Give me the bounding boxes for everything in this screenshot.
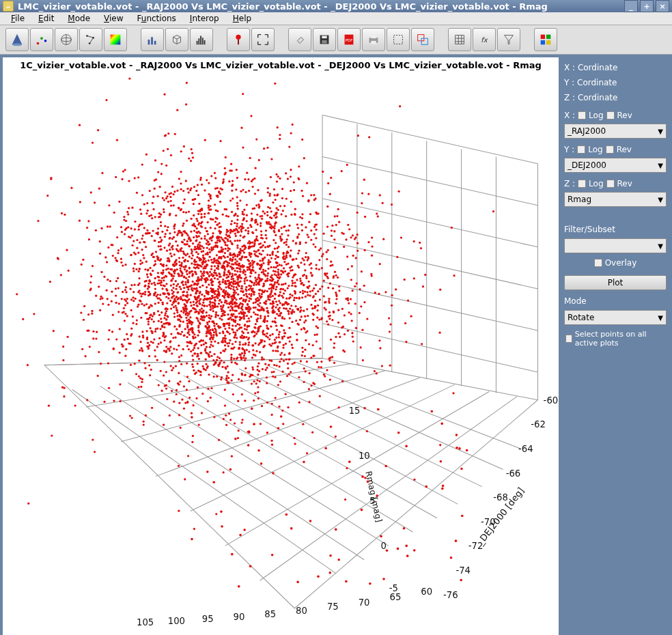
svg-point-2057	[144, 291, 146, 293]
svg-point-2823	[141, 349, 143, 351]
fx-icon[interactable]: fx	[473, 28, 496, 51]
filter-select[interactable]: ▼	[564, 238, 667, 253]
palette-icon[interactable]	[534, 28, 557, 51]
svg-point-3186	[92, 337, 94, 339]
svg-point-3054	[200, 352, 202, 354]
close-button[interactable]: ×	[656, 0, 669, 12]
svg-point-1237	[315, 264, 317, 266]
mode-select[interactable]: Rotate▼	[564, 310, 667, 325]
svg-point-3204	[157, 171, 159, 173]
svg-point-3379	[346, 164, 348, 166]
svg-point-1880	[179, 380, 181, 382]
z-rev-checkbox[interactable]	[606, 180, 615, 188]
svg-point-2901	[270, 176, 272, 178]
x-log-checkbox[interactable]	[578, 111, 586, 119]
svg-point-166	[113, 212, 115, 214]
barchart-icon[interactable]	[141, 28, 164, 51]
plot-area[interactable]: 105100 9590 8580 7570 6560 -60-62 -64-66…	[3, 72, 559, 635]
print-icon[interactable]	[362, 28, 385, 51]
svg-point-2934	[129, 236, 131, 238]
plot-3d-scatter[interactable]: 105100 9590 8580 7570 6560 -60-62 -64-66…	[3, 72, 559, 635]
minimize-button[interactable]: _	[624, 0, 638, 12]
svg-line-57	[239, 369, 482, 487]
svg-point-1286	[124, 169, 126, 171]
histogram-icon[interactable]	[190, 28, 213, 51]
maximize-button[interactable]: +	[640, 0, 654, 12]
svg-point-296	[176, 296, 178, 298]
svg-point-3251	[143, 423, 145, 425]
plot-button[interactable]: Plot	[564, 275, 667, 290]
svg-point-3383	[216, 239, 219, 241]
svg-point-2189	[180, 363, 182, 365]
svg-point-3448	[441, 488, 444, 490]
svg-point-1717	[277, 350, 279, 352]
y-log-checkbox[interactable]	[577, 145, 585, 154]
pin-icon[interactable]	[227, 28, 250, 51]
floppy-icon[interactable]	[313, 28, 336, 51]
scatter-icon[interactable]	[30, 28, 53, 51]
x-rev-checkbox[interactable]	[606, 111, 615, 119]
cube-icon[interactable]	[165, 28, 188, 51]
svg-point-2938	[123, 307, 125, 309]
svg-point-2863	[185, 103, 187, 105]
overlay-checkbox[interactable]	[594, 259, 602, 267]
z-axis-select[interactable]: Rmag▼	[564, 192, 667, 207]
svg-point-2657	[186, 320, 188, 322]
rainbow-icon[interactable]	[104, 28, 127, 51]
svg-point-1488	[182, 251, 184, 253]
cone-icon[interactable]	[5, 28, 29, 51]
svg-point-239	[210, 239, 212, 241]
svg-point-3279	[183, 145, 185, 147]
y-axis-select[interactable]: _DEJ2000▼	[564, 158, 667, 173]
svg-point-1708	[138, 290, 140, 292]
funnel-icon[interactable]	[497, 28, 520, 51]
select-region-icon[interactable]	[387, 28, 410, 51]
svg-point-2636	[169, 232, 171, 234]
z-log-checkbox[interactable]	[578, 180, 586, 188]
menu-mode[interactable]: Mode	[61, 12, 97, 25]
svg-point-2111	[236, 205, 238, 207]
svg-point-1342	[242, 290, 244, 292]
overlap-regions-icon[interactable]	[411, 28, 434, 51]
pdf-icon[interactable]: PDF	[337, 28, 361, 51]
globe-icon[interactable]	[55, 28, 78, 51]
svg-point-744	[182, 223, 184, 225]
expand-icon[interactable]	[251, 28, 275, 51]
svg-point-1600	[121, 369, 123, 371]
svg-point-3043	[111, 330, 113, 333]
svg-point-1316	[144, 367, 146, 369]
svg-point-733	[266, 320, 268, 322]
eraser-icon[interactable]	[288, 28, 311, 51]
svg-point-214	[251, 259, 253, 262]
svg-point-1090	[257, 189, 259, 191]
menu-file[interactable]: File	[4, 12, 31, 25]
svg-point-537	[186, 376, 188, 378]
svg-point-3134	[413, 277, 415, 279]
svg-point-1089	[185, 317, 187, 319]
svg-point-2960	[451, 227, 453, 229]
svg-point-972	[157, 343, 159, 345]
menu-edit[interactable]: Edit	[31, 12, 61, 25]
constellation-icon[interactable]	[79, 28, 102, 51]
svg-point-2492	[193, 300, 195, 302]
grid-icon[interactable]	[448, 28, 471, 51]
svg-point-2680	[161, 302, 163, 304]
svg-point-1370	[280, 358, 282, 360]
svg-point-1568	[316, 309, 318, 311]
menu-view[interactable]: View	[97, 12, 130, 25]
x-axis-select[interactable]: _RAJ2000▼	[564, 124, 667, 139]
menu-help[interactable]: Help	[226, 12, 258, 25]
menu-interop[interactable]: Interop	[183, 12, 226, 25]
menu-functions[interactable]: Functions	[130, 12, 183, 25]
svg-point-3096	[255, 382, 257, 384]
svg-point-417	[258, 299, 260, 301]
y-rev-checkbox[interactable]	[606, 145, 614, 154]
svg-point-2390	[222, 281, 224, 283]
select-points-checkbox[interactable]	[565, 335, 572, 343]
svg-point-2555	[282, 257, 284, 259]
svg-point-2753	[335, 336, 337, 338]
svg-point-2348	[282, 288, 284, 290]
svg-point-3284	[186, 82, 188, 84]
svg-point-2714	[351, 332, 353, 334]
svg-point-2076	[197, 305, 199, 307]
